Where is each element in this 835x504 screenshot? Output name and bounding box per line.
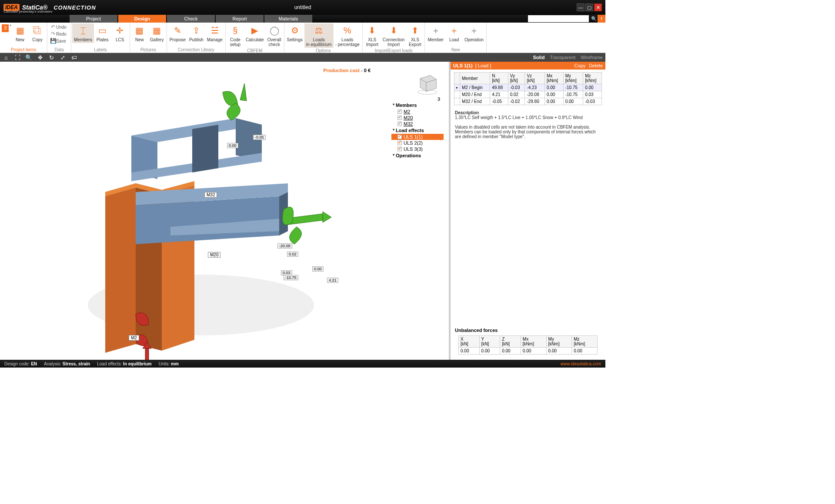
force-label-0: -0.05 [253, 135, 266, 140]
view-mode-transparent[interactable]: Transparent [550, 55, 575, 60]
search-icon[interactable]: 🔍 [591, 15, 598, 23]
ribbon-loads---percentage-button[interactable]: %Loads- percentage [334, 23, 361, 48]
copy-button[interactable]: Copy [574, 63, 586, 68]
zoom-icon[interactable]: 🔍 [25, 54, 32, 61]
col-header: Vz[kN] [525, 73, 545, 84]
col-header: Mz[kNm] [583, 73, 602, 84]
svg-marker-13 [192, 125, 218, 172]
tree-loads-header[interactable]: Load effects [391, 127, 444, 134]
view-cube[interactable] [414, 70, 438, 95]
delete-button[interactable]: Delete [589, 63, 603, 68]
search-input[interactable] [528, 15, 589, 22]
status-bar: Design code: EN Analysis: Stress, strain… [0, 360, 605, 368]
ribbon-load-button[interactable]: ＋Load [445, 23, 463, 43]
col-header: N[kN] [490, 73, 508, 84]
tree-load-1[interactable]: ULS 2(2) [391, 140, 444, 146]
force-label-1: 0.00 [227, 143, 238, 148]
ribbon-redo-button[interactable]: ↷Redo [48, 30, 70, 37]
minimize-button[interactable]: — [577, 3, 584, 11]
ribbon-group-label: Pictures [131, 47, 166, 53]
ribbon-settings-button[interactable]: ⚙Settings [285, 23, 304, 43]
col-header: Mx[kNm] [544, 73, 563, 84]
ribbon-code-setup-button[interactable]: §Codesetup [227, 23, 244, 48]
ribbon-new-button[interactable]: ▦New [11, 23, 29, 43]
ribbon-manage-button[interactable]: ☱Manage [205, 23, 224, 43]
tree-load-2[interactable]: ULS 3(3) [391, 146, 444, 152]
tree-member-m32[interactable]: M32 [391, 121, 444, 127]
ribbon-xls-export-button[interactable]: ⬆XLSExport [406, 23, 424, 48]
description-block: Description 1.35*LC Self weigth + 1.5*LC… [451, 108, 605, 142]
rotate-icon[interactable]: ↻ [48, 54, 55, 61]
maximize-button[interactable]: ▢ [585, 3, 593, 11]
ribbon-connection-import-button[interactable]: ⬇ConnectionImport [381, 23, 407, 48]
project-item-badge[interactable]: 3 [2, 24, 9, 32]
main-area: Production cost - 0 € 3 Members M2M20M32… [0, 62, 605, 360]
close-button[interactable]: ✕ [594, 3, 602, 11]
ribbon-loads-in-equilibrium-button[interactable]: ⚖Loadsin equilibrium [304, 23, 334, 48]
col-header: X[kN] [459, 336, 480, 348]
scene-tree: 3 Members M2M20M32 Load effects ULS 1(1)… [391, 96, 444, 159]
force-label-2: -20.08 [277, 243, 292, 249]
ribbon-group-data: ↶Undo↷Redo💾SaveData [47, 23, 71, 53]
ribbon-group-project-items: 3 ▾ ▦New⿻Copy Project items [0, 23, 47, 53]
col-header: My[kNm] [546, 336, 572, 348]
nav-tab-materials[interactable]: Materials [264, 15, 312, 23]
ribbon-gallery-button[interactable]: ▦Gallery [148, 23, 166, 43]
nav-tab-design[interactable]: Design [118, 15, 166, 23]
website-link[interactable]: www.ideastatica.com [561, 361, 601, 366]
ribbon-group-label: Project items [1, 47, 46, 53]
view-mode-wireframe[interactable]: Wireframe [581, 55, 603, 60]
help-button[interactable]: ! [598, 15, 605, 23]
ribbon-group-label: New [426, 47, 485, 53]
nav-tab-project[interactable]: Project [70, 15, 117, 23]
ribbon-group-label: CBFEM [227, 48, 283, 53]
ribbon-xls-import-button[interactable]: ⬇XLSImport [364, 23, 381, 48]
3d-scene[interactable]: Production cost - 0 € 3 Members M2M20M32… [0, 62, 449, 360]
ribbon-publish-button[interactable]: ⇪Publish [187, 23, 205, 43]
view-mode-solid[interactable]: Solid [533, 55, 544, 60]
ribbon-operation-button[interactable]: ＋Operation [463, 23, 485, 43]
tree-operations-header[interactable]: Operations [391, 152, 444, 159]
title-bar: IDEA StatiCa® CONNECTION Calculate yeste… [0, 0, 605, 15]
tag-icon[interactable]: 🏷 [70, 54, 77, 61]
nav-tab-report[interactable]: Report [216, 15, 264, 23]
tree-load-0[interactable]: ULS 1(1) [391, 134, 444, 140]
forces-table: MemberN[kN]Vy[kN]Vz[kN]Mx[kNm]My[kNm]Mz[… [454, 72, 602, 105]
ribbon-group-label: Connection Library [168, 47, 224, 53]
ribbon-lcs-button[interactable]: ✛LCS [111, 23, 129, 43]
table-row[interactable]: M32 / End-0.05-0.02-29.800.000.00-0.03 [454, 98, 602, 105]
view-toolbar: ⌂ ⛶ 🔍 ✥ ↻ ⤢ 🏷 SolidTransparentWireframe [0, 53, 605, 62]
table-row[interactable]: M20 / End4.210.02-20.080.00-10.750.03 [454, 91, 602, 98]
nav-tabs-row: ProjectDesignCheckReportMaterials 🔍 ! [0, 15, 605, 23]
ribbon-propose-button[interactable]: ✎Propose [168, 23, 187, 43]
side-panel-header: ULS 1(1) [ Load ] Copy Delete [451, 62, 605, 70]
ribbon-group-import-export-loads: ⬇XLSImport⬇ConnectionImport⬆XLSExportImp… [363, 23, 425, 53]
ribbon-members-button[interactable]: ⌶Members [72, 23, 94, 43]
ribbon-overall-check-button[interactable]: ◯Overallcheck [266, 23, 283, 48]
zoom-window-icon[interactable]: ⛶ [14, 54, 21, 61]
ribbon-group-label: Import/Export loads [364, 48, 424, 53]
tree-member-m20[interactable]: M20 [391, 115, 444, 121]
beam-label-m32: M32 [204, 192, 217, 198]
col-header: Member [460, 73, 490, 84]
svg-marker-16 [240, 83, 247, 101]
force-label-6: -10.75 [284, 275, 298, 280]
ribbon-calculate-button[interactable]: ▶Calculate [244, 23, 266, 43]
ribbon-group-connection-library: ✎Propose⇪Publish☱ManageConnection Librar… [167, 23, 226, 53]
fullscreen-icon[interactable]: ⤢ [59, 54, 66, 61]
ribbon-new-button[interactable]: ▦New [131, 23, 148, 43]
table-row: 0.000.000.000.000.000.00 [459, 348, 598, 355]
tree-members-header[interactable]: Members [391, 102, 444, 109]
ribbon-copy-button[interactable]: ⿻Copy [29, 23, 46, 43]
nav-tab-check[interactable]: Check [167, 15, 215, 23]
home-icon[interactable]: ⌂ [3, 54, 10, 61]
ribbon-member-button[interactable]: ＋Member [426, 23, 445, 43]
unbalanced-forces: Unbalanced forces X[kN]Y[kN]Z[kN]Mx[kNm]… [451, 325, 605, 360]
table-row[interactable]: ▸M2 / Begin49.88-0.03-4.230.00-10.750.00 [454, 84, 602, 91]
ribbon-plates-button[interactable]: ▭Plates [94, 23, 111, 43]
ribbon-group-pictures: ▦New▦GalleryPictures [130, 23, 167, 53]
ribbon-save-button[interactable]: 💾Save [48, 37, 70, 44]
pan-icon[interactable]: ✥ [37, 54, 43, 61]
ribbon-undo-button[interactable]: ↶Undo [48, 23, 70, 30]
tree-member-m2[interactable]: M2 [391, 109, 444, 115]
